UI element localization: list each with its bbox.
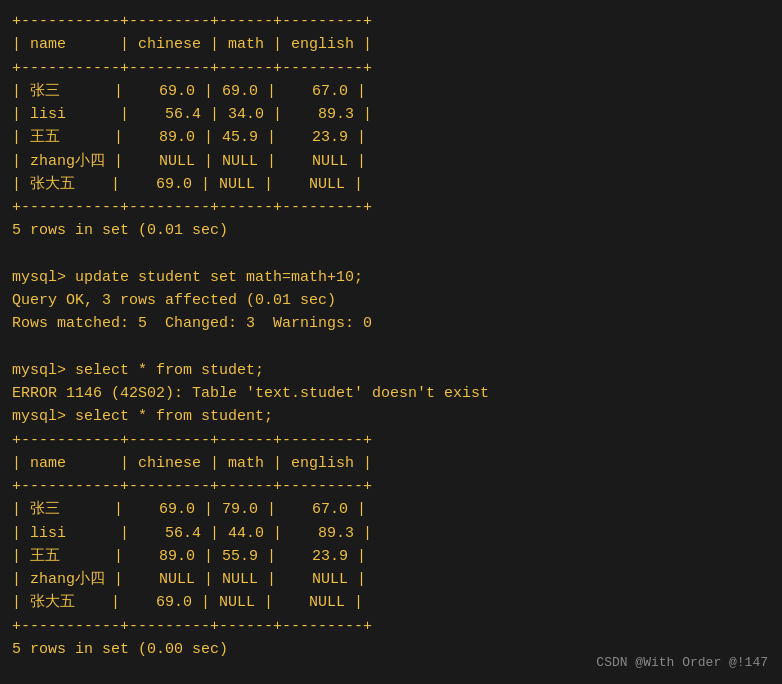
table-row: | lisi | 56.4 | 44.0 | 89.3 |: [12, 522, 770, 545]
table-row: | zhang小四 | NULL | NULL | NULL |: [12, 150, 770, 173]
terminal: +-----------+---------+------+---------+…: [12, 10, 770, 661]
table-row: | lisi | 56.4 | 34.0 | 89.3 |: [12, 103, 770, 126]
table-row: | 张大五 | 69.0 | NULL | NULL |: [12, 173, 770, 196]
table-row: | zhang小四 | NULL | NULL | NULL |: [12, 568, 770, 591]
table2-header: | name | chinese | math | english |: [12, 452, 770, 475]
table1-bottom-separator: +-----------+---------+------+---------+: [12, 196, 770, 219]
table-row: | 王五 | 89.0 | 55.9 | 23.9 |: [12, 545, 770, 568]
table1: +-----------+---------+------+---------+…: [12, 10, 770, 219]
cmd3: mysql> select * from student;: [12, 405, 770, 428]
cmd2: mysql> select * from studet;: [12, 359, 770, 382]
ok1: Query OK, 3 rows affected (0.01 sec): [12, 289, 770, 312]
table2-top-separator: +-----------+---------+------+---------+: [12, 429, 770, 452]
table2: +-----------+---------+------+---------+…: [12, 429, 770, 638]
rows1-info: 5 rows in set (0.01 sec): [12, 219, 770, 242]
table1-header-separator: +-----------+---------+------+---------+: [12, 57, 770, 80]
table2-header-separator: +-----------+---------+------+---------+: [12, 475, 770, 498]
table-row: | 王五 | 89.0 | 45.9 | 23.9 |: [12, 126, 770, 149]
ok2: Rows matched: 5 Changed: 3 Warnings: 0: [12, 312, 770, 335]
watermark: CSDN @With Order @!147: [596, 655, 768, 670]
table-row: | 张三 | 69.0 | 69.0 | 67.0 |: [12, 80, 770, 103]
table-row: | 张三 | 69.0 | 79.0 | 67.0 |: [12, 498, 770, 521]
error1: ERROR 1146 (42S02): Table 'text.studet' …: [12, 382, 770, 405]
cmd1: mysql> update student set math=math+10;: [12, 266, 770, 289]
table2-bottom-separator: +-----------+---------+------+---------+: [12, 615, 770, 638]
table-row: | 张大五 | 69.0 | NULL | NULL |: [12, 591, 770, 614]
table1-header: | name | chinese | math | english |: [12, 33, 770, 56]
table1-top-separator: +-----------+---------+------+---------+: [12, 10, 770, 33]
